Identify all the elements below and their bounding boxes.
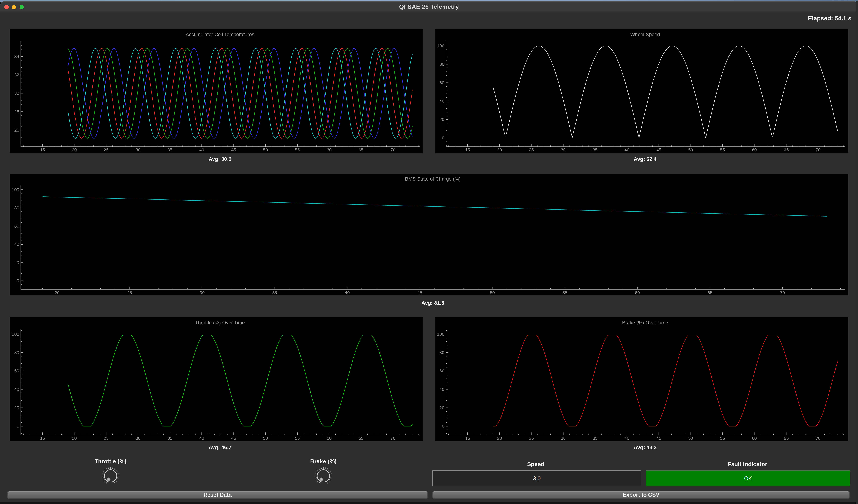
chart-title-brake: Brake (%) Over Time [622, 320, 668, 326]
svg-text:20: 20 [72, 436, 77, 441]
chart-brake-over-time: 152025303540455055606570020406080100 [435, 317, 848, 441]
reset-data-button-label: Reset Data [7, 491, 427, 499]
svg-text:32: 32 [14, 72, 19, 77]
avg-label-cells: Avg: 30.0 [208, 156, 232, 162]
svg-text:65: 65 [784, 436, 789, 441]
chart-bms-state-of-charge: 2025303540455055606570020406080100 [10, 174, 848, 295]
svg-text:26: 26 [14, 128, 19, 132]
svg-text:20: 20 [14, 405, 19, 410]
svg-text:60: 60 [327, 147, 332, 152]
avg-label-soc: Avg: 81.5 [422, 300, 444, 306]
svg-text:15: 15 [40, 436, 45, 441]
chart-title-throttle: Throttle (%) Over Time [195, 320, 245, 326]
svg-text:45: 45 [231, 436, 236, 441]
svg-text:50: 50 [263, 147, 268, 152]
svg-text:35: 35 [593, 436, 598, 441]
svg-text:15: 15 [40, 147, 45, 152]
svg-text:45: 45 [656, 147, 661, 152]
svg-text:40: 40 [200, 436, 204, 441]
brake-dial[interactable] [312, 464, 335, 488]
svg-text:25: 25 [104, 147, 109, 152]
svg-text:35: 35 [272, 290, 277, 295]
svg-text:60: 60 [327, 436, 332, 441]
svg-text:0: 0 [442, 135, 444, 140]
svg-text:100: 100 [12, 332, 19, 337]
svg-text:40: 40 [624, 436, 629, 441]
svg-text:20: 20 [72, 147, 77, 152]
svg-text:30: 30 [561, 436, 566, 441]
svg-text:70: 70 [780, 290, 785, 295]
svg-text:40: 40 [200, 147, 204, 152]
svg-text:65: 65 [359, 147, 363, 152]
svg-text:15: 15 [465, 147, 470, 152]
svg-text:45: 45 [417, 290, 422, 295]
svg-text:30: 30 [561, 147, 566, 152]
svg-text:40: 40 [440, 387, 444, 392]
svg-text:60: 60 [752, 147, 757, 152]
svg-text:0: 0 [17, 278, 19, 283]
svg-text:35: 35 [593, 147, 598, 152]
svg-text:28: 28 [14, 109, 19, 114]
svg-text:40: 40 [14, 242, 19, 247]
svg-text:70: 70 [815, 147, 821, 152]
svg-text:40: 40 [14, 387, 19, 392]
svg-text:20: 20 [497, 436, 502, 441]
chart-wheel-speed: 152025303540455055606570020406080100 [435, 29, 848, 152]
svg-text:65: 65 [708, 290, 712, 295]
svg-text:30: 30 [14, 91, 19, 96]
svg-text:80: 80 [440, 350, 444, 355]
throttle-dial-label: Throttle (%) [95, 458, 127, 465]
speed-field[interactable]: 3.0 [432, 470, 641, 486]
svg-text:80: 80 [440, 62, 444, 67]
svg-text:20: 20 [440, 405, 444, 410]
svg-text:60: 60 [14, 224, 19, 228]
export-csv-button[interactable]: Export to CSV [432, 491, 850, 499]
svg-text:45: 45 [656, 436, 661, 441]
reset-data-button[interactable]: Reset Data [7, 491, 428, 499]
chart-title-soc: BMS State of Charge (%) [405, 176, 461, 182]
svg-text:60: 60 [440, 369, 444, 373]
svg-text:60: 60 [635, 290, 640, 295]
svg-text:65: 65 [359, 436, 363, 441]
svg-text:30: 30 [136, 436, 140, 441]
svg-text:55: 55 [295, 147, 300, 152]
speed-label: Speed [527, 460, 544, 467]
avg-label-wheel: Avg: 62.4 [634, 156, 657, 162]
svg-text:60: 60 [440, 80, 444, 85]
svg-text:70: 70 [391, 436, 395, 441]
svg-text:40: 40 [345, 290, 350, 295]
svg-text:55: 55 [562, 290, 567, 295]
avg-label-throttle: Avg: 46.7 [208, 444, 232, 450]
brake-dial-label: Brake (%) [310, 458, 337, 465]
svg-text:50: 50 [490, 290, 495, 295]
chart-throttle-over-time: 152025303540455055606570020406080100 [10, 317, 423, 441]
svg-text:100: 100 [12, 188, 19, 192]
svg-text:30: 30 [136, 147, 140, 152]
chart-accumulator-cell-temperatures: 1520253035404550556065702628303234 [10, 29, 423, 152]
screen-edge-artifact [856, 1, 858, 504]
chart-title-cells: Accumulator Cell Temperatures [186, 32, 254, 37]
window-bottom-edge [0, 502, 858, 504]
speed-value: 3.0 [433, 471, 641, 486]
svg-text:20: 20 [440, 117, 444, 122]
svg-text:60: 60 [14, 369, 19, 373]
throttle-dial[interactable] [98, 464, 123, 488]
svg-text:50: 50 [688, 436, 693, 441]
svg-text:70: 70 [391, 147, 395, 152]
svg-text:60: 60 [752, 436, 757, 441]
svg-text:15: 15 [465, 436, 470, 441]
svg-text:55: 55 [720, 147, 725, 152]
chart-title-wheel: Wheel Speed [630, 32, 660, 37]
svg-text:20: 20 [55, 290, 60, 295]
svg-text:0: 0 [442, 424, 444, 428]
svg-text:40: 40 [440, 99, 444, 103]
window-title: QFSAE 25 Telemetry [0, 3, 858, 10]
svg-text:25: 25 [529, 436, 534, 441]
svg-text:45: 45 [231, 147, 236, 152]
fault-indicator: OK [646, 470, 850, 486]
svg-text:30: 30 [200, 290, 205, 295]
svg-text:80: 80 [14, 206, 19, 210]
svg-text:80: 80 [14, 350, 19, 355]
svg-text:100: 100 [437, 332, 444, 337]
svg-text:0: 0 [17, 424, 19, 428]
